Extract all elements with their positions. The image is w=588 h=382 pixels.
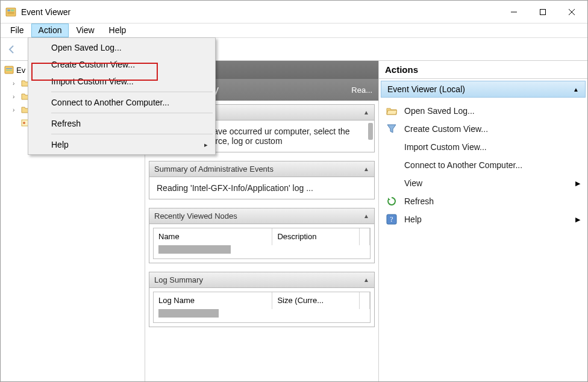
svg-rect-1 [7, 9, 10, 11]
menu-action[interactable]: Action [31, 23, 69, 37]
svg-rect-2 [11, 9, 14, 11]
event-viewer-icon [4, 65, 14, 75]
col-log-name[interactable]: Log Name [154, 292, 272, 309]
svg-text:?: ? [390, 215, 393, 224]
col-size[interactable]: Size (Curre... [272, 292, 360, 309]
menu-separator [51, 92, 213, 92]
menu-open-saved-log[interactable]: Open Saved Log... [30, 39, 214, 56]
back-button[interactable] [4, 42, 20, 57]
action-create-custom-view[interactable]: Create Custom View... [381, 120, 585, 138]
close-button[interactable] [557, 1, 586, 23]
chevron-up-icon: ▲ [363, 277, 369, 283]
blank-icon [386, 160, 397, 171]
chevron-up-icon: ▲ [363, 166, 369, 172]
center-subheader-right: Rea... [351, 86, 372, 95]
chevron-right-icon: › [13, 107, 19, 113]
menu-help[interactable]: Help [102, 23, 134, 37]
col-name[interactable]: Name [154, 228, 272, 245]
menubar: File Action View Help [1, 23, 587, 38]
col-extra[interactable] [360, 228, 370, 245]
action-connect-computer[interactable]: Connect to Another Computer... [381, 156, 585, 174]
log-summary-table: Log Name Size (Curre... [153, 292, 371, 323]
blank-icon [386, 142, 397, 152]
titlebar: Event Viewer [1, 1, 587, 23]
menu-separator [51, 134, 213, 134]
chevron-right-icon: ▶ [575, 216, 580, 224]
maximize-button[interactable] [528, 1, 557, 23]
window-title: Event Viewer [21, 7, 499, 17]
tree-root-label: Ev [16, 66, 25, 75]
minimize-button[interactable] [499, 1, 528, 23]
action-refresh[interactable]: Refresh [381, 192, 585, 210]
actions-group-header[interactable]: Event Viewer (Local) ▲ [381, 81, 586, 98]
loading-placeholder [158, 309, 219, 318]
log-summary-panel: Log Summary ▲ Log Name Size (Curre... [149, 272, 375, 327]
blank-icon [386, 178, 397, 189]
menu-refresh[interactable]: Refresh [30, 115, 214, 132]
svg-rect-6 [540, 9, 546, 14]
chevron-right-icon: ▸ [204, 141, 208, 149]
recent-nodes-head[interactable]: Recently Viewed Nodes ▲ [149, 208, 374, 224]
menu-separator [51, 113, 213, 113]
chevron-up-icon: ▲ [363, 213, 369, 219]
loading-placeholder [158, 245, 231, 254]
menu-connect-computer[interactable]: Connect to Another Computer... [30, 94, 214, 111]
actions-pane: Actions Event Viewer (Local) ▲ Open Save… [379, 61, 587, 381]
admin-events-body: Reading 'Intel-GFX-Info/Application' log… [149, 177, 374, 199]
log-summary-columns: Log Name Size (Curre... [154, 292, 370, 309]
log-summary-head[interactable]: Log Summary ▲ [149, 272, 374, 288]
action-open-saved-log[interactable]: Open Saved Log... [381, 102, 585, 120]
col-description[interactable]: Description [272, 228, 360, 245]
chevron-up-icon: ▲ [363, 109, 369, 116]
chevron-right-icon: ▶ [575, 180, 580, 187]
funnel-icon [386, 124, 397, 134]
admin-events-panel: Summary of Administrative Events ▲ Readi… [149, 161, 375, 199]
menu-view[interactable]: View [69, 23, 101, 37]
chevron-right-icon: › [13, 80, 19, 87]
svg-rect-10 [6, 68, 12, 69]
recent-nodes-table: Name Description [153, 228, 371, 259]
action-help[interactable]: ? Help ▶ [381, 210, 585, 228]
admin-events-head[interactable]: Summary of Administrative Events ▲ [149, 161, 374, 177]
menu-create-custom-view[interactable]: Create Custom View... [30, 56, 214, 73]
action-menu-dropdown: Open Saved Log... Create Custom View... … [28, 37, 216, 155]
actions-title: Actions [379, 61, 587, 79]
menu-file[interactable]: File [3, 23, 31, 37]
folder-open-icon [386, 105, 397, 116]
actions-list: Open Saved Log... Create Custom View... … [379, 99, 587, 231]
svg-rect-3 [7, 12, 14, 13]
svg-point-13 [23, 122, 25, 124]
app-icon [5, 7, 16, 17]
recent-nodes-panel: Recently Viewed Nodes ▲ Name Description [149, 208, 375, 263]
svg-rect-4 [7, 13, 14, 14]
action-import-custom-view[interactable]: Import Custom View... [381, 138, 585, 156]
chevron-up-icon: ▲ [573, 86, 579, 93]
action-view[interactable]: View ▶ [381, 174, 585, 192]
svg-rect-11 [6, 70, 12, 71]
menu-help-submenu[interactable]: Help▸ [30, 136, 214, 153]
recent-nodes-columns: Name Description [154, 228, 370, 245]
menu-import-custom-view[interactable]: Import Custom View... [30, 73, 214, 90]
col-extra[interactable] [360, 292, 370, 309]
scrollbar-thumb[interactable] [368, 123, 373, 140]
help-icon: ? [386, 214, 397, 225]
chevron-right-icon: › [13, 93, 19, 100]
refresh-icon [386, 196, 397, 207]
window-buttons [499, 1, 586, 23]
